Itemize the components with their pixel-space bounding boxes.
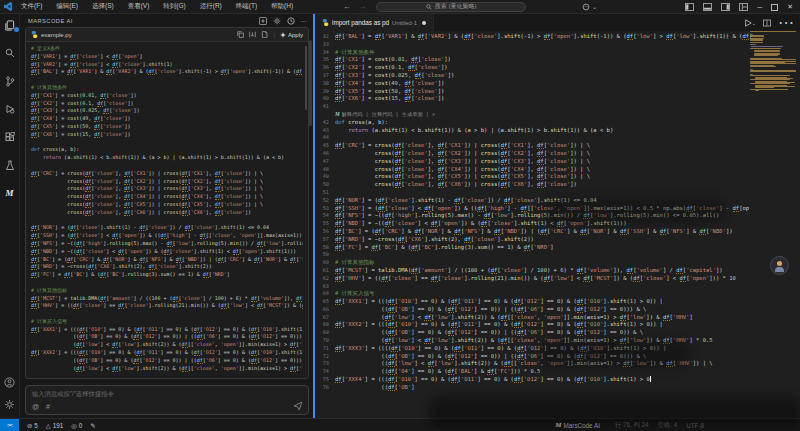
run-python-file-button[interactable]: ⌄ bbox=[744, 19, 756, 27]
new-file-icon[interactable] bbox=[261, 31, 268, 38]
activity-bar: M bbox=[0, 14, 20, 418]
code-line: 58df['FC'] = df['BC'] & (df['BC'].rollin… bbox=[315, 244, 800, 252]
code-line: df['XXX2'] = (((df['O10'] == 0) & (df['O… bbox=[31, 349, 303, 357]
toggle-secondary-sidebar-icon[interactable] bbox=[721, 3, 730, 11]
customize-layout-icon[interactable] bbox=[739, 3, 748, 11]
chevron-down-icon: ⌄ bbox=[592, 3, 597, 10]
code-line: 54df['NFS'] = ~((df['high'].rolling(5).m… bbox=[315, 212, 800, 220]
send-button[interactable] bbox=[294, 402, 302, 411]
line-number: 57 bbox=[315, 236, 335, 244]
split-editor-icon[interactable] bbox=[763, 19, 771, 27]
sidebar-item-extensions[interactable] bbox=[2, 132, 18, 160]
settings-button[interactable] bbox=[4, 396, 15, 414]
line-number: 63 bbox=[315, 283, 335, 291]
menu-item[interactable]: 终端(T) bbox=[234, 1, 259, 12]
command-button[interactable]: # bbox=[46, 403, 50, 410]
code-line: 39df['CX5'] = cost(50, df['close']) bbox=[315, 88, 800, 96]
editor-status-items[interactable]: 行 76, 列 24空格: 4UTF-8 bbox=[608, 421, 704, 430]
sidebar-item-marscode-ai[interactable]: M bbox=[2, 188, 18, 216]
beaker-icon bbox=[5, 160, 15, 171]
sidebar-item-source-control[interactable] bbox=[2, 76, 18, 104]
code-line: 51 bbox=[315, 189, 800, 197]
sidebar-item-marscode-files[interactable] bbox=[2, 20, 18, 48]
line-number: 60 bbox=[315, 259, 335, 267]
code-line: 36df['CX2'] = cost(0.1, df['close']) bbox=[315, 64, 800, 72]
code-line: 70 (df['low'] < df['low'].shift(2)) & (d… bbox=[315, 337, 800, 345]
code-line: 32df['BAL'] = df['VAR1'] & df['VAR2'] & … bbox=[315, 33, 800, 41]
account-button[interactable] bbox=[4, 374, 15, 392]
toggle-sidebar-icon[interactable] bbox=[685, 3, 694, 11]
new-chat-icon[interactable] bbox=[259, 17, 267, 25]
menu-item[interactable]: 选择(S) bbox=[90, 1, 116, 12]
code-line: df['VAR2'] = df['close'] < df['close'].s… bbox=[31, 61, 303, 69]
marscode-status[interactable]: M MarsCode AI bbox=[555, 421, 600, 429]
assistant-menu[interactable]: ⌄ bbox=[582, 3, 597, 11]
mention-button[interactable]: @ bbox=[32, 403, 39, 410]
code-line: (df['low'] < df['low'].shift(2)) & (df[[… bbox=[31, 365, 303, 373]
line-number: 47 bbox=[315, 158, 335, 166]
menu-item[interactable]: 文件(F) bbox=[19, 1, 44, 12]
search-command-center[interactable]: 搜索 (量化策略) bbox=[376, 2, 526, 12]
line-number: 52 bbox=[315, 197, 335, 205]
ports-indicator[interactable]: ◎0 bbox=[71, 422, 82, 429]
code-line: 69 ((df['OB'] == 0) & (df['O12'] == 0)) … bbox=[315, 329, 800, 337]
sidebar-item-search[interactable] bbox=[2, 48, 18, 76]
line-number: 50 bbox=[315, 181, 335, 189]
back-arrow-icon[interactable]: ← bbox=[343, 2, 351, 11]
copy-icon[interactable] bbox=[237, 31, 244, 38]
code-line: df['NRD'] = ~cross(df['CX6'].shift(2), d… bbox=[31, 263, 303, 271]
restore-button[interactable] bbox=[771, 4, 778, 11]
toggle-panel-icon[interactable] bbox=[703, 3, 712, 11]
line-number: 42 bbox=[315, 119, 335, 127]
avatar-figure bbox=[777, 261, 782, 266]
line-number: 54 bbox=[315, 212, 335, 220]
history-icon[interactable] bbox=[287, 17, 295, 25]
line-number: 38 bbox=[315, 80, 335, 88]
insert-at-cursor-icon[interactable] bbox=[249, 31, 256, 38]
remote-indicator[interactable]: >< bbox=[0, 419, 19, 431]
minimize-button[interactable]: ─ bbox=[757, 4, 762, 11]
edit-session-indicator[interactable]: ✎ bbox=[90, 422, 95, 429]
problems-warnings[interactable]: △191 bbox=[46, 422, 63, 429]
tab-untitled-1[interactable]: import pandas as pd Untitled-1 bbox=[315, 14, 434, 31]
code-line bbox=[31, 162, 303, 170]
menu-item[interactable]: 查看(V) bbox=[126, 1, 152, 12]
code-line: 46 cross(df['close'], df['CX2']) | cross… bbox=[315, 150, 800, 158]
menu-item[interactable]: 帮助(H) bbox=[269, 1, 295, 12]
code-line bbox=[31, 310, 303, 318]
chat-input[interactable]: 输入消息或按"/"选择快捷指令 @ # bbox=[25, 385, 309, 415]
apply-button[interactable]: Apply bbox=[280, 32, 303, 38]
problems-errors[interactable]: ⊘5 bbox=[27, 422, 38, 429]
settings-gear-icon[interactable] bbox=[273, 17, 281, 25]
code-card-scrollbar[interactable] bbox=[305, 46, 307, 110]
code-line: 38df['CX4'] = cost(49, df['close']) bbox=[315, 80, 800, 88]
forward-arrow-icon[interactable]: → bbox=[358, 2, 366, 11]
minimap[interactable] bbox=[750, 31, 798, 411]
close-button[interactable]: ✕ bbox=[787, 3, 793, 11]
warning-icon: △ bbox=[46, 422, 51, 429]
menu-item[interactable]: 转到(G) bbox=[161, 1, 187, 12]
menu-item[interactable]: 编辑(E) bbox=[54, 1, 80, 12]
assistant-avatar-button[interactable] bbox=[770, 256, 789, 275]
sidebar-item-testing[interactable] bbox=[2, 160, 18, 188]
line-number: 41 bbox=[315, 103, 335, 111]
code-line: 61df['MCST'] = talib.DMA(df['amount'] / … bbox=[315, 267, 800, 275]
code-line: df['CX5'] = cost(50, df['close']) bbox=[31, 123, 303, 131]
code-editor[interactable]: 32df['BAL'] = df['VAR1'] & df['VAR2'] & … bbox=[315, 31, 800, 418]
line-number: 74 bbox=[315, 368, 335, 376]
editor-more-actions-icon[interactable]: ⋯ bbox=[778, 14, 794, 32]
line-number: 72 bbox=[315, 353, 335, 361]
code-line: df['HHV'] = ((df['close'] == df['close']… bbox=[31, 302, 303, 310]
code-line: 42def cross(a, b): bbox=[315, 119, 800, 127]
line-number: 56 bbox=[315, 228, 335, 236]
line-number: 67 bbox=[315, 314, 335, 322]
sparkle-icon bbox=[280, 32, 286, 38]
ai-lens[interactable]: M解释代码 | 注释代码 | 生成单测 | ✕ bbox=[315, 111, 800, 119]
sidebar-item-run-debug[interactable] bbox=[2, 104, 18, 132]
menu-item[interactable]: 运行(R) bbox=[198, 1, 224, 12]
gear-icon bbox=[4, 399, 15, 410]
dirty-indicator bbox=[422, 21, 426, 25]
code-line: def cross(a, b): bbox=[31, 146, 303, 154]
more-actions-icon[interactable]: ⋯ bbox=[301, 18, 307, 24]
sidebar-scrollbar[interactable] bbox=[309, 40, 312, 126]
